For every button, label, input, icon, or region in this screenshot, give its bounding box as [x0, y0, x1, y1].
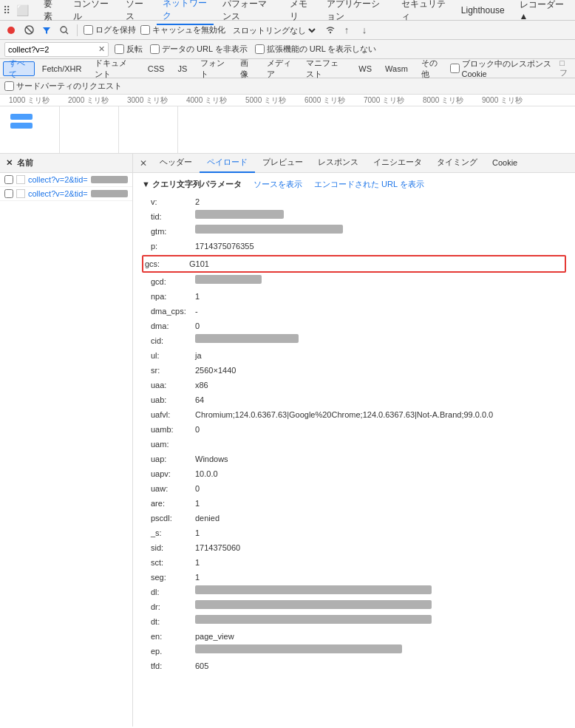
tab-application[interactable]: アプリケーション: [321, 0, 392, 24]
detail-tab-payload[interactable]: ペイロード: [200, 154, 255, 173]
encoded-link[interactable]: エンコードされた URL を表示: [314, 179, 424, 190]
filter-ws[interactable]: WS: [353, 61, 378, 76]
param-name-2: gtm:: [151, 225, 195, 238]
param-row-22: _s: 1: [142, 525, 566, 540]
detail-tab-headers[interactable]: ヘッダー: [152, 154, 200, 173]
filter-wasm[interactable]: Wasm: [379, 61, 414, 76]
waterfall-line: [177, 106, 178, 153]
search-button[interactable]: [58, 24, 71, 37]
log-preserve-label[interactable]: ログを保持: [84, 24, 136, 35]
filter-other[interactable]: その他: [415, 61, 447, 76]
param-name-23: sid:: [151, 541, 195, 554]
clear-button[interactable]: [22, 24, 35, 37]
detail-tab-initiator[interactable]: イニシエータ: [366, 154, 429, 173]
param-row-26: dl:: [142, 585, 566, 599]
file-item-1[interactable]: collect?v=2&tid=: [0, 173, 132, 187]
file-redacted-2: [91, 190, 128, 197]
detail-close-button[interactable]: ✕: [137, 157, 149, 169]
filter-js[interactable]: JS: [171, 61, 193, 76]
no-extension-url-checkbox[interactable]: [255, 44, 265, 54]
param-name-14: uafvl:: [151, 408, 195, 421]
detail-tab-response[interactable]: レスポンス: [310, 154, 366, 173]
timeline-bar: [10, 114, 33, 120]
filter-all[interactable]: すべて: [3, 61, 35, 76]
param-name-16: uam:: [151, 438, 195, 451]
tab-console[interactable]: コンソール: [67, 0, 117, 24]
search-clear-button[interactable]: ✕: [98, 45, 105, 53]
reverse-checkbox[interactable]: [115, 44, 124, 54]
third-party-label[interactable]: サードパーティのリクエスト: [4, 81, 122, 92]
throttle-select[interactable]: スロットリングなし: [230, 25, 318, 35]
filter-image[interactable]: 画像: [234, 61, 259, 76]
search-input[interactable]: [8, 45, 97, 54]
param-row-1: tid:: [142, 209, 566, 224]
param-name-24: sct:: [151, 556, 195, 569]
tab-performance[interactable]: パフォーマンス: [217, 0, 281, 24]
file-name-2: collect?v=2&tid=: [28, 189, 88, 198]
timeline-ruler: 1000 ミリ秒 2000 ミリ秒 3000 ミリ秒 4000 ミリ秒 5000…: [0, 95, 575, 106]
param-row-0: v: 2: [142, 194, 566, 209]
tab-sources[interactable]: ソース: [120, 0, 154, 24]
param-row-31: tfd: 605: [142, 659, 566, 673]
tab-recorder[interactable]: レコーダー ▲: [514, 0, 572, 23]
svg-point-5: [330, 31, 331, 33]
import-button[interactable]: ↑: [340, 24, 353, 37]
tab-lighthouse[interactable]: Lighthouse: [455, 4, 511, 17]
file-item-2[interactable]: collect?v=2&tid=: [0, 187, 132, 201]
param-row-20: are: 1: [142, 496, 566, 511]
param-value-28: [195, 615, 432, 624]
param-name-10: ul:: [151, 349, 195, 362]
file-checkbox-1[interactable]: [4, 175, 13, 184]
tick-5000: 5000 ミリ秒: [242, 95, 302, 106]
tick-2000: 2000 ミリ秒: [65, 95, 124, 106]
block-cookie-label[interactable]: ブロック中のレスポンス Cookie: [450, 58, 554, 78]
tab-memory[interactable]: メモリ: [284, 0, 318, 24]
file-list-title: 名前: [17, 157, 33, 169]
tick-4000: 4000 ミリ秒: [183, 95, 242, 106]
cache-disable-checkbox[interactable]: [140, 25, 150, 35]
param-name-30: ep.: [151, 644, 195, 658]
param-name-1: tid:: [151, 210, 195, 223]
param-name-17: uap:: [151, 452, 195, 466]
tab-network[interactable]: ネットワーク: [157, 0, 214, 25]
reverse-checkbox-label[interactable]: 反転: [115, 44, 143, 55]
no-extension-url-label[interactable]: 拡張機能の URL を表示しない: [255, 44, 377, 55]
detail-tab-cookie[interactable]: Cookie: [485, 154, 525, 173]
param-row-17: uap: Windows: [142, 452, 566, 466]
filter-css[interactable]: CSS: [142, 61, 171, 76]
hide-data-url-label[interactable]: データの URL を非表示: [150, 44, 248, 55]
param-name-29: en:: [151, 630, 195, 643]
tab-security[interactable]: セキュリティ: [395, 0, 452, 24]
param-row-5: gcd:: [142, 274, 566, 289]
block-cookie-checkbox[interactable]: [450, 64, 460, 73]
file-list-close-icon[interactable]: ✕: [6, 158, 13, 168]
filter-media[interactable]: メディア: [261, 61, 299, 76]
param-value-27: [195, 600, 432, 609]
third-party-checkbox[interactable]: [4, 81, 14, 91]
cache-disable-label[interactable]: キャッシュを無効化: [140, 24, 225, 35]
param-name-18: uapv:: [151, 467, 195, 480]
record-button[interactable]: [4, 24, 18, 37]
filter-fetch-xhr[interactable]: Fetch/XHR: [36, 61, 88, 76]
detail-tab-preview[interactable]: プレビュー: [255, 154, 310, 173]
section-header: ▼ クエリ文字列パラメータ ソースを表示 エンコードされた URL を表示: [142, 179, 566, 190]
export-button[interactable]: ↓: [358, 24, 371, 37]
filter-button[interactable]: [40, 24, 53, 37]
tab-elements[interactable]: 要素: [38, 0, 64, 24]
file-checkbox-2[interactable]: [4, 189, 13, 198]
detail-tabs: ✕ ヘッダー ペイロード プレビュー レスポンス イニシエータ タイミング Co…: [133, 154, 575, 173]
param-value-4: G101: [189, 257, 209, 271]
filter-manifest[interactable]: マニフェスト: [300, 61, 351, 76]
svg-line-4: [66, 32, 68, 34]
hide-data-url-checkbox[interactable]: [150, 44, 160, 54]
param-row-29: en: page_view: [142, 629, 566, 644]
log-preserve-checkbox[interactable]: [84, 25, 93, 35]
detail-tab-timing[interactable]: タイミング: [429, 154, 485, 173]
filter-font[interactable]: フォント: [194, 61, 233, 76]
source-link[interactable]: ソースを表示: [254, 179, 302, 190]
param-row-27: dr:: [142, 599, 566, 614]
param-value-9: [195, 334, 299, 343]
filter-document[interactable]: ドキュメント: [89, 61, 140, 76]
timeline-content[interactable]: [0, 106, 575, 153]
param-value-10: ja: [195, 349, 202, 362]
